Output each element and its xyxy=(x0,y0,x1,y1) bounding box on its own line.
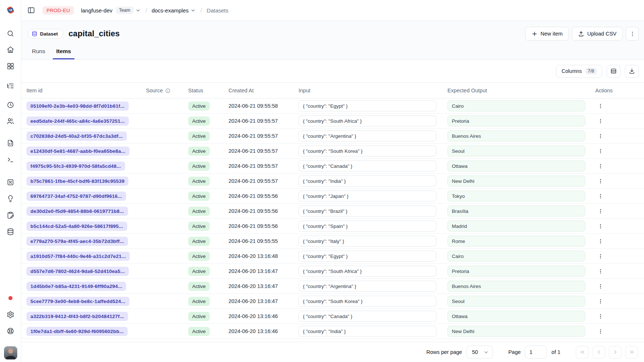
row-actions-button[interactable] xyxy=(595,206,605,216)
input-cell[interactable]: { "country": "Canada" } xyxy=(299,160,436,171)
org-switcher[interactable] xyxy=(135,8,141,13)
item-id-link[interactable]: b5c144cd-52a5-4a80-926e-58617f895... xyxy=(26,222,127,231)
expected-output-cell[interactable]: Buenos Aires xyxy=(447,281,585,292)
expected-output-cell[interactable]: Cairo xyxy=(447,100,585,111)
export-button[interactable] xyxy=(625,65,639,78)
expected-output-cell[interactable]: Buenos Aires xyxy=(447,130,585,141)
expected-output-cell[interactable]: Pretoria xyxy=(447,266,585,277)
expected-output-cell[interactable]: Pretoria xyxy=(447,115,585,126)
expected-output-cell[interactable]: Seoul xyxy=(447,145,585,156)
row-actions-button[interactable] xyxy=(595,296,605,306)
expected-output-cell[interactable]: Seoul xyxy=(447,296,585,307)
next-page-button[interactable] xyxy=(609,346,622,359)
sidebar-item-dashboards[interactable] xyxy=(6,62,15,70)
sidebar-item-search[interactable] xyxy=(6,29,15,38)
sidebar-item-insights[interactable] xyxy=(6,194,15,203)
sidebar-item-annotation[interactable] xyxy=(6,211,15,219)
first-page-button[interactable] xyxy=(576,346,589,359)
sidebar-item-datasets[interactable] xyxy=(6,227,15,236)
input-cell[interactable]: { "country": "Japan" } xyxy=(299,191,436,202)
item-id-link[interactable]: 05109ef0-2e3b-4e03-98dd-8f7d01b61f... xyxy=(26,101,129,111)
item-id-link[interactable]: 1d45b0e7-b85a-4231-9149-6ff90a294... xyxy=(26,282,126,291)
item-id-link[interactable]: 69764737-34af-4752-9787-d90df9616... xyxy=(26,192,126,201)
input-cell[interactable]: { "country": "India" } xyxy=(299,326,436,337)
sidebar-item-support[interactable] xyxy=(6,326,15,335)
input-cell[interactable]: { "country": "Brazil" } xyxy=(299,206,436,217)
previous-page-button[interactable] xyxy=(592,346,605,359)
item-id-link[interactable]: a322b319-9412-4f43-b8f2-b20484127f... xyxy=(26,312,128,321)
row-actions-button[interactable] xyxy=(595,221,605,231)
item-id-link[interactable]: d557e7d6-7802-4624-9da6-52d410ea5... xyxy=(26,267,129,276)
input-cell[interactable]: { "country": "South Africa" } xyxy=(299,115,436,126)
row-height-button[interactable] xyxy=(607,65,621,78)
sidebar-item-prompts[interactable] xyxy=(6,138,15,147)
sidebar-item-settings[interactable] xyxy=(6,310,15,319)
input-cell[interactable]: { "country": "Spain" } xyxy=(299,221,436,232)
input-cell[interactable]: { "country": "South Korea" } xyxy=(299,145,436,156)
sidebar-item-playground[interactable] xyxy=(6,155,15,164)
input-cell[interactable]: { "country": "Argentina" } xyxy=(299,281,436,292)
expected-output-cell[interactable]: Rome xyxy=(447,236,585,247)
upload-csv-button[interactable]: Upload CSV xyxy=(572,27,623,41)
row-actions-button[interactable] xyxy=(595,326,605,336)
row-actions-button[interactable] xyxy=(595,281,605,291)
page-number-input[interactable] xyxy=(525,346,547,359)
expected-output-cell[interactable]: Brasília xyxy=(447,206,585,217)
row-actions-button[interactable] xyxy=(595,191,605,201)
project-switcher[interactable] xyxy=(190,8,196,13)
expected-output-cell[interactable]: Cairo xyxy=(447,251,585,262)
input-cell[interactable]: { "country": "South Africa" } xyxy=(299,266,436,277)
page-actions-menu-button[interactable] xyxy=(626,27,639,41)
item-id-link[interactable]: eed5dafe-244f-465c-a84c-4a6e357251... xyxy=(26,117,129,126)
tab-items[interactable]: Items xyxy=(53,48,74,59)
org-name[interactable]: langfuse-dev xyxy=(81,7,113,14)
expected-output-cell[interactable]: Madrid xyxy=(447,221,585,232)
input-cell[interactable]: { "country": "India" } xyxy=(299,176,436,186)
expected-output-cell[interactable]: Ottawa xyxy=(447,160,585,171)
expected-output-cell[interactable]: New Delhi xyxy=(447,176,585,186)
row-actions-button[interactable] xyxy=(595,236,605,246)
item-id-link[interactable]: de30d2e0-f5d9-4854-88b6-0619771b8... xyxy=(26,207,128,216)
project-name[interactable]: docs-examples xyxy=(151,7,189,14)
item-id-link[interactable]: e12430df-5e81-4687-aabb-f0ea65be8a... xyxy=(26,147,129,156)
input-cell[interactable]: { "country": "Egypt" } xyxy=(299,100,436,111)
rows-per-page-select[interactable]: 50 xyxy=(466,346,493,359)
sidebar-item-users[interactable] xyxy=(6,117,15,125)
input-cell[interactable]: { "country": "Egypt" } xyxy=(299,251,436,262)
input-cell[interactable]: { "country": "Canada" } xyxy=(299,311,436,322)
row-actions-button[interactable] xyxy=(595,176,605,186)
item-id-link[interactable]: f4975c95-5fc3-4939-970d-58fa5cd48... xyxy=(26,162,125,171)
row-actions-button[interactable] xyxy=(595,116,605,126)
input-cell[interactable]: { "country": "South Korea" } xyxy=(299,296,436,307)
row-actions-button[interactable] xyxy=(595,131,605,141)
input-cell[interactable]: { "country": "Italy" } xyxy=(299,236,436,247)
sidebar-item-home[interactable] xyxy=(6,45,15,54)
sidebar-toggle-button[interactable] xyxy=(26,5,36,15)
breadcrumb-section[interactable]: Datasets xyxy=(207,7,228,14)
new-item-button[interactable]: New item xyxy=(525,27,569,41)
expected-output-cell[interactable]: Tokyo xyxy=(447,191,585,202)
row-actions-button[interactable] xyxy=(595,146,605,156)
expected-output-cell[interactable]: New Delhi xyxy=(447,326,585,337)
item-id-link[interactable]: 5cee7779-3e00-4eb8-be8c-1affedd524... xyxy=(26,297,129,306)
item-id-link[interactable]: e779a270-579a-4f45-aec4-35b72d3bff... xyxy=(26,237,128,246)
row-actions-button[interactable] xyxy=(595,251,605,261)
sidebar-item-tracing[interactable] xyxy=(6,81,15,90)
item-id-link[interactable]: a1910d57-7f84-440c-9e46-a31c2d7e21... xyxy=(26,252,130,261)
sidebar-item-evaluation[interactable] xyxy=(6,178,15,186)
expected-output-cell[interactable]: Ottawa xyxy=(447,311,585,322)
item-id-link[interactable]: 1f0e7da1-dbff-4e60-929d-f6095602bb... xyxy=(26,327,128,336)
item-id-link[interactable]: b75c7861-1fbe-45cf-bdf6-83f139c95539 xyxy=(26,177,128,186)
user-avatar[interactable] xyxy=(4,346,17,359)
item-id-link[interactable]: c702838d-24d5-40a2-bf35-67dc3a3df... xyxy=(26,132,127,141)
sidebar-item-sessions[interactable] xyxy=(6,100,15,109)
row-actions-button[interactable] xyxy=(595,101,605,111)
record-indicator[interactable] xyxy=(6,293,15,302)
last-page-button[interactable] xyxy=(625,346,638,359)
row-actions-button[interactable] xyxy=(595,311,605,321)
tab-runs[interactable]: Runs xyxy=(29,48,48,59)
columns-button[interactable]: Columns 7/8 xyxy=(556,65,602,78)
row-actions-button[interactable] xyxy=(595,161,605,171)
row-actions-button[interactable] xyxy=(595,266,605,276)
input-cell[interactable]: { "country": "Argentina" } xyxy=(299,130,436,141)
